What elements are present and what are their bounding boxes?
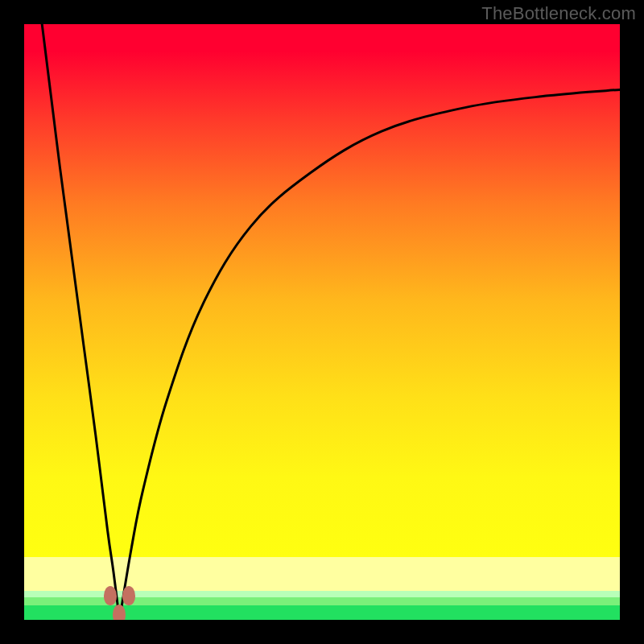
bottleneck-marker (122, 586, 135, 605)
chart-frame: TheBottleneck.com (0, 0, 644, 644)
curve-overlay (24, 24, 620, 620)
plot-area (24, 24, 620, 620)
watermark-text: TheBottleneck.com (481, 3, 636, 24)
bottleneck-marker (104, 586, 117, 605)
curve-right-branch (119, 89, 620, 620)
curve-left-branch (42, 24, 119, 620)
